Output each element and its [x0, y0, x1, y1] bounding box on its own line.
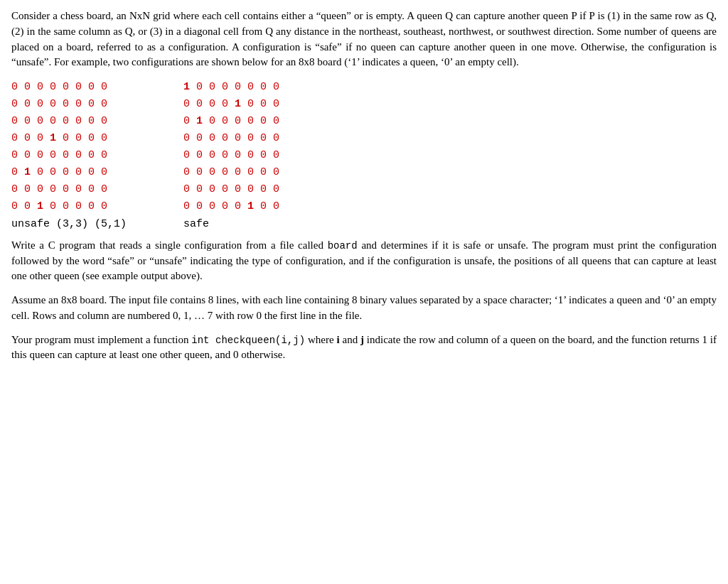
- boards-wrapper: 0 0 0 0 0 0 0 00 0 0 0 0 0 0 00 0 0 0 0 …: [11, 79, 717, 232]
- board-row: 0 1 0 0 0 0 0 0: [183, 113, 279, 130]
- board-row: 0 0 0 0 0 0 0 0: [11, 147, 127, 164]
- board-row: 0 0 0 0 0 0 0 0: [183, 181, 279, 198]
- right-board-label: safe: [183, 217, 279, 232]
- board-row: 0 0 0 1 0 0 0 0: [11, 130, 127, 147]
- paragraph2: Write a C program that reads a single co…: [11, 238, 717, 284]
- intro-paragraph: Consider a chess board, an NxN grid wher…: [11, 9, 717, 70]
- board-row: 1 0 0 0 0 0 0 0: [183, 79, 279, 96]
- board-row: 0 0 1 0 0 0 0 0: [11, 198, 127, 215]
- board-row: 0 1 0 0 0 0 0 0: [11, 164, 127, 181]
- board-row: 0 0 0 0 0 0 0 0: [183, 147, 279, 164]
- board-row: 0 0 0 0 0 1 0 0: [183, 198, 279, 215]
- board-row: 0 0 0 0 0 0 0 0: [183, 164, 279, 181]
- right-board: 1 0 0 0 0 0 0 00 0 0 0 1 0 0 00 1 0 0 0 …: [183, 79, 279, 232]
- left-board-label: unsafe (3,3) (5,1): [11, 217, 127, 232]
- board-row: 0 0 0 0 0 0 0 0: [11, 96, 127, 113]
- left-board-grid: 0 0 0 0 0 0 0 00 0 0 0 0 0 0 00 0 0 0 0 …: [11, 79, 127, 215]
- board-row: 0 0 0 0 0 0 0 0: [183, 130, 279, 147]
- board-row: 0 0 0 0 0 0 0 0: [11, 113, 127, 130]
- paragraph3: Assume an 8x8 board. The input file cont…: [11, 293, 717, 324]
- left-board: 0 0 0 0 0 0 0 00 0 0 0 0 0 0 00 0 0 0 0 …: [11, 79, 127, 232]
- board-row: 0 0 0 0 0 0 0 0: [11, 181, 127, 198]
- board-row: 0 0 0 0 1 0 0 0: [183, 96, 279, 113]
- board-row: 0 0 0 0 0 0 0 0: [11, 79, 127, 96]
- paragraph4: Your program must implement a function i…: [11, 332, 717, 364]
- right-board-grid: 1 0 0 0 0 0 0 00 0 0 0 1 0 0 00 1 0 0 0 …: [183, 79, 279, 215]
